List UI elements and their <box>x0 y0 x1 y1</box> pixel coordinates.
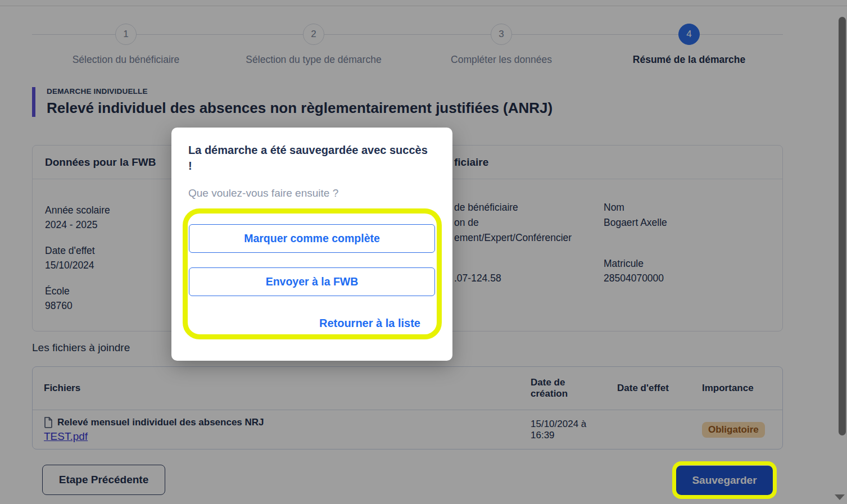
return-to-list-link[interactable]: Retourner à la liste <box>319 317 420 330</box>
modal-question: Que voulez-vous faire ensuite ? <box>188 187 338 199</box>
modal-title: La démarche a été sauvegardée avec succè… <box>188 142 436 174</box>
mark-complete-button[interactable]: Marquer comme complète <box>189 224 435 253</box>
send-to-fwb-button[interactable]: Envoyer à la FWB <box>189 267 435 296</box>
success-modal: La démarche a été sauvegardée avec succè… <box>171 128 452 361</box>
page-root: 1 Sélection du bénéficiaire 2 Sélection … <box>0 0 847 504</box>
